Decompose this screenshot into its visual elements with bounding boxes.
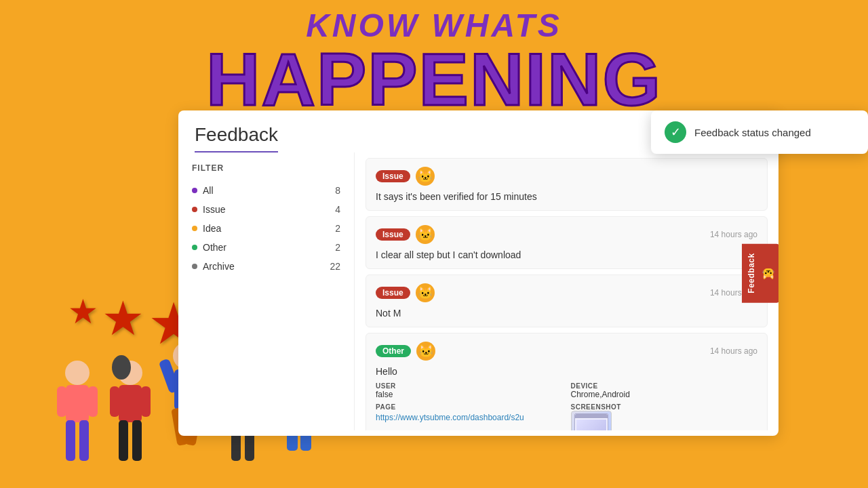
tag-issue-2: Issue [376, 228, 410, 241]
svg-rect-9 [110, 386, 119, 417]
svg-rect-1 [66, 385, 89, 422]
card-meta-4: USER false DEVICE Chrome,Android PAGE ht… [376, 382, 757, 430]
page-label: PAGE [376, 403, 563, 411]
svg-rect-2 [57, 386, 66, 417]
filter-count-archive: 22 [330, 261, 340, 272]
svg-rect-8 [119, 385, 142, 422]
filter-name-idea: Idea [203, 223, 221, 234]
person-1 [54, 352, 101, 488]
toast-checkmark-icon: ✓ [665, 121, 686, 143]
star-icon-2: ★ [102, 295, 144, 352]
side-tab-icon: 🐱 [762, 266, 774, 280]
side-tab-label: Feedback [747, 253, 756, 293]
filter-count-issue: 4 [335, 204, 340, 215]
svg-rect-10 [141, 386, 151, 417]
filter-name-issue: Issue [203, 204, 225, 215]
filter-dot-idea [192, 226, 197, 231]
filter-other[interactable]: Other 2 [192, 238, 340, 257]
panel-title: Feedback [195, 124, 278, 148]
feedback-panel: Feedback + FILTER All 8 Issue 4 [178, 110, 778, 436]
avatar-4: 🐱 [416, 342, 435, 361]
page-link[interactable]: https://www.ytsubme.com/dashboard/s2u [376, 413, 524, 422]
toast-notification: ✓ Feedback status changed [651, 110, 868, 154]
avatar-2: 🐱 [416, 225, 435, 244]
card-time-4: 14 hours ago [710, 346, 757, 356]
device-label: DEVICE [571, 382, 758, 390]
filter-dot-all [192, 188, 197, 193]
svg-rect-11 [119, 420, 128, 461]
device-value: Chrome,Android [571, 390, 758, 399]
feedback-card-3: Issue 🐱 14 hours ago Not M [366, 274, 768, 327]
svg-point-0 [65, 361, 90, 385]
card-body-4: Hello [376, 366, 757, 377]
filter-name-archive: Archive [203, 261, 235, 272]
filter-count-other: 2 [335, 242, 340, 253]
svg-rect-5 [79, 420, 89, 461]
tag-other-4: Other [376, 345, 411, 357]
feedback-card-1: Issue 🐱 It says it's been verified for 1… [366, 158, 768, 211]
svg-rect-4 [66, 420, 75, 461]
tag-issue-1: Issue [376, 170, 410, 182]
user-label: USER [376, 382, 563, 390]
svg-rect-3 [88, 386, 98, 417]
svg-point-7 [112, 355, 131, 380]
feedback-card-4: Other 🐱 14 hours ago Hello USER false DE… [366, 333, 768, 430]
filter-all[interactable]: All 8 [192, 181, 340, 200]
card-body-2: I clear all step but I can't download [376, 249, 757, 260]
svg-rect-12 [132, 420, 142, 461]
hero-line2: HAPPENING [0, 44, 868, 115]
star-icon-1: ★ [68, 295, 98, 352]
card-body-3: Not M [376, 308, 757, 319]
card-time-2: 14 hours ago [710, 230, 757, 239]
tag-issue-3: Issue [376, 287, 410, 299]
toast-message: Feedback status changed [694, 127, 811, 138]
filter-archive[interactable]: Archive 22 [192, 257, 340, 276]
filter-issue[interactable]: Issue 4 [192, 200, 340, 219]
feedback-card-2: Issue 🐱 14 hours ago I clear all step bu… [366, 216, 768, 269]
filter-dot-other [192, 245, 197, 250]
filter-sidebar: FILTER All 8 Issue 4 Idea [178, 152, 355, 430]
filter-label: FILTER [192, 163, 340, 173]
screenshot-label: SCREENSHOT [571, 403, 758, 411]
screenshot-thumb [571, 411, 612, 430]
filter-count-all: 8 [335, 185, 340, 196]
card-body-1: It says it's been verified for 15 minute… [376, 191, 757, 202]
filter-name-all: All [203, 185, 214, 196]
filter-count-idea: 2 [335, 223, 340, 234]
filter-dot-archive [192, 264, 197, 269]
side-feedback-tab[interactable]: Feedback 🐱 [742, 243, 778, 302]
filter-idea[interactable]: Idea 2 [192, 219, 340, 238]
avatar-1: 🐱 [416, 167, 435, 186]
hero-banner: KNOW WHATS HAPPENING [0, 0, 868, 115]
person-2 [106, 352, 154, 488]
feedback-list: Issue 🐱 It says it's been verified for 1… [355, 152, 778, 430]
avatar-3: 🐱 [416, 283, 435, 302]
filter-dot-issue [192, 207, 197, 212]
user-value: false [376, 390, 563, 399]
filter-name-other: Other [203, 242, 226, 253]
